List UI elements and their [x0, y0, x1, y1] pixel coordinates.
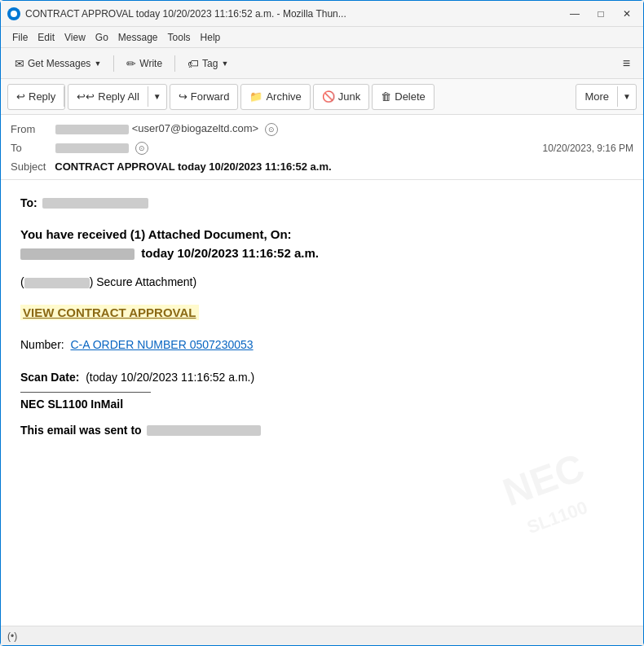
from-value: <user07@biogazeltd.com> ⊙ — [55, 122, 633, 136]
to-profile-icon[interactable]: ⊙ — [135, 142, 148, 155]
reply-all-dropdown-button[interactable]: ▼ — [148, 88, 166, 105]
to-value: ⊙ — [55, 141, 543, 155]
from-name-redacted — [55, 125, 129, 134]
reply-button[interactable]: ↩ Reply — [8, 86, 64, 107]
status-bar: (•) — [1, 626, 643, 645]
sender-redacted — [20, 248, 135, 260]
from-profile-icon[interactable]: ⊙ — [265, 123, 278, 136]
menu-edit[interactable]: Edit — [33, 30, 60, 45]
toolbar-separator-2 — [174, 55, 175, 72]
body-to-redacted — [42, 198, 148, 209]
view-contract-link[interactable]: VIEW CONTRACT APPROVAL — [20, 305, 199, 320]
body-to-label: To: — [20, 196, 37, 209]
from-email: <user07@biogazeltd.com> — [132, 122, 259, 134]
app-icon — [7, 7, 20, 20]
more-split-button: More ▼ — [576, 84, 637, 110]
order-number-link[interactable]: C-A ORDER NUMBER 0507230053 — [70, 338, 253, 351]
status-icon: (•) — [7, 631, 17, 642]
subject-value: CONTRACT APPROVAL today 10/20/2023 11:16… — [55, 160, 331, 173]
subject-label: Subject — [11, 160, 46, 173]
delete-icon: 🗑 — [381, 90, 391, 103]
main-toolbar: ✉ Get Messages ▼ ✏ Write 🏷 Tag ▼ ≡ — [1, 48, 643, 79]
junk-icon: 🚫 — [322, 90, 335, 103]
write-button[interactable]: ✏ Write — [119, 52, 170, 75]
email-body: NEC SL1100 To: You have received (1) Att… — [1, 180, 643, 626]
from-label: From — [11, 123, 55, 135]
junk-button[interactable]: 🚫 Junk — [313, 84, 369, 110]
menu-go[interactable]: Go — [90, 30, 113, 45]
scan-date-line: Scan Date: (today 10/20/2023 11:16:52 a.… — [20, 371, 624, 384]
maximize-button[interactable]: □ — [591, 7, 611, 21]
pencil-icon: ✏ — [126, 57, 136, 70]
email-header: From <user07@biogazeltd.com> ⊙ To ⊙ 10/2… — [1, 115, 643, 180]
window-title: CONTRACT APPROVAL today 10/20/2023 11:16… — [25, 8, 558, 20]
menu-tools[interactable]: Tools — [163, 30, 196, 45]
close-button[interactable]: ✕ — [617, 7, 637, 21]
forward-button[interactable]: ↪ Forward — [170, 84, 239, 110]
envelope-icon: ✉ — [15, 57, 24, 70]
menu-file[interactable]: File — [7, 30, 33, 45]
sent-to-redacted — [147, 425, 261, 436]
reply-all-icon: ↩↩ — [77, 90, 95, 103]
archive-icon: 📁 — [249, 90, 262, 103]
tag-icon: 🏷 — [187, 57, 199, 70]
number-line: Number: C-A ORDER NUMBER 0507230053 — [20, 338, 624, 351]
scan-date-label: Scan Date: — [20, 371, 79, 384]
number-label: Number: — [20, 338, 64, 351]
nec-title: NEC SL1100 InMail — [20, 398, 624, 411]
reply-all-button[interactable]: ↩↩ Reply All — [68, 86, 148, 107]
archive-button[interactable]: 📁 Archive — [240, 84, 310, 110]
delete-button[interactable]: 🗑 Delete — [372, 84, 434, 110]
title-bar: CONTRACT APPROVAL today 10/20/2023 11:16… — [1, 1, 643, 27]
svg-text:SL1100: SL1100 — [524, 497, 590, 538]
reply-split-button: ↩ Reply — [7, 84, 65, 110]
svg-point-0 — [11, 11, 17, 17]
main-message: You have received (1) Attached Document,… — [20, 226, 624, 262]
hamburger-menu-button[interactable]: ≡ — [616, 53, 637, 74]
forward-icon: ↪ — [179, 90, 187, 103]
sent-to-line: This email was sent to — [20, 424, 624, 437]
menu-view[interactable]: View — [60, 30, 90, 45]
sent-to-label: This email was sent to — [20, 424, 142, 437]
reply-icon: ↩ — [16, 90, 25, 103]
tag-button[interactable]: 🏷 Tag ▼ — [180, 52, 236, 75]
main-message-line1: You have received (1) Attached Document,… — [20, 227, 292, 241]
email-body-content: To: You have received (1) Attached Docum… — [20, 196, 624, 437]
section-divider — [20, 392, 151, 393]
menu-bar: File Edit View Go Message Tools Help — [1, 27, 643, 48]
tag-dropdown-icon: ▼ — [221, 59, 228, 68]
window-controls: — □ ✕ — [565, 7, 637, 21]
main-message-line2: today 10/20/2023 11:16:52 a.m. — [141, 246, 319, 260]
body-to-line: To: — [20, 196, 624, 209]
dropdown-arrow-icon: ▼ — [94, 59, 101, 68]
view-link-container: VIEW CONTRACT APPROVAL — [20, 305, 624, 338]
scan-date-value: (today 10/20/2023 11:16:52 a.m.) — [86, 371, 254, 384]
from-row: From <user07@biogazeltd.com> ⊙ — [11, 120, 633, 138]
menu-help[interactable]: Help — [196, 30, 226, 45]
action-toolbar: ↩ Reply ↩↩ Reply All ▼ ↪ Forward 📁 Archi… — [1, 79, 643, 115]
to-name-redacted — [55, 143, 129, 153]
secure-redacted — [24, 278, 90, 288]
minimize-button[interactable]: — — [565, 7, 584, 21]
toolbar-separator — [113, 55, 114, 72]
main-window: CONTRACT APPROVAL today 10/20/2023 11:16… — [0, 0, 644, 646]
menu-message[interactable]: Message — [113, 30, 163, 45]
to-label: To — [11, 142, 55, 154]
get-messages-button[interactable]: ✉ Get Messages ▼ — [7, 52, 108, 75]
secure-attachment-line: () Secure Attachment) — [20, 275, 624, 288]
subject-row: Subject CONTRACT APPROVAL today 10/20/20… — [11, 157, 633, 174]
to-row: To ⊙ 10/20/2023, 9:16 PM — [11, 138, 633, 157]
email-date: 10/20/2023, 9:16 PM — [543, 143, 633, 154]
reply-all-split-button: ↩↩ Reply All ▼ — [68, 84, 166, 110]
more-dropdown-button[interactable]: ▼ — [618, 88, 636, 105]
more-button[interactable]: More — [576, 86, 618, 107]
svg-text:NEC: NEC — [497, 446, 589, 514]
